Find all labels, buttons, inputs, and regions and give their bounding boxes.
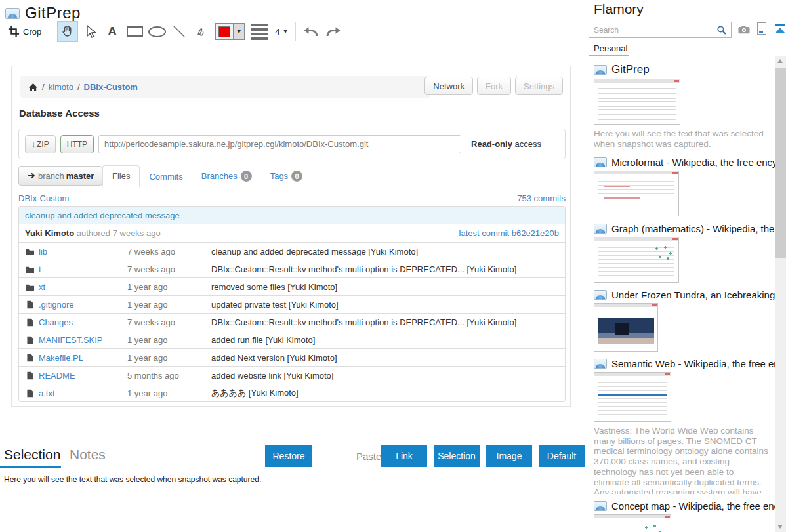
file-link[interactable]: README xyxy=(39,371,75,380)
file-commit-message: ああああ [Yuki Kimoto] xyxy=(211,387,565,399)
file-link[interactable]: a.txt xyxy=(39,388,55,398)
scrollbar-thumb[interactable] xyxy=(775,68,786,258)
home-icon[interactable] xyxy=(28,83,38,92)
file-age: 7 weeks ago xyxy=(127,247,211,256)
folder-icon xyxy=(25,265,35,274)
folder-icon xyxy=(25,283,35,291)
text-tool-button[interactable]: A xyxy=(102,21,123,42)
network-button[interactable]: Network xyxy=(424,77,473,95)
tabs-divider xyxy=(0,468,586,468)
camera-icon[interactable] xyxy=(738,25,750,34)
breadcrumb-sep: / xyxy=(77,82,80,92)
file-commit-message: added Next version [Yuki Kimoto] xyxy=(211,353,565,363)
snapshot-title[interactable]: Under Frozen Tundra, an Icebreaking Ship… xyxy=(611,289,775,300)
tab-selection[interactable]: Selection xyxy=(4,447,60,462)
tab-branches[interactable]: Branches 0 xyxy=(192,165,261,187)
new-note-icon[interactable] xyxy=(757,22,766,35)
sidebar-scrollbar[interactable] xyxy=(775,56,786,532)
file-link[interactable]: .gitignore xyxy=(39,300,73,310)
folder-icon xyxy=(25,247,35,256)
list-item[interactable]: Concept map - Wikipedia, the free encycl… xyxy=(589,501,775,532)
snapshot-thumbnail[interactable] xyxy=(594,171,679,216)
latest-commit-link[interactable]: latest commit b62e21e20b xyxy=(459,228,559,238)
fork-button[interactable]: Fork xyxy=(477,77,511,95)
settings-button[interactable]: Settings xyxy=(515,77,563,95)
file-age: 1 year ago xyxy=(127,353,211,363)
crop-button[interactable]: Crop xyxy=(1,21,47,42)
hand-tool-button[interactable] xyxy=(57,21,78,42)
tab-tags-label: Tags xyxy=(270,171,288,181)
redo-icon xyxy=(325,25,341,38)
snapshot-thumbnail[interactable] xyxy=(594,303,658,352)
file-link[interactable]: lib xyxy=(39,247,47,256)
list-item[interactable]: Microformat - Wikipedia, the free encycl… xyxy=(589,157,775,216)
snapshot-thumbnail[interactable] xyxy=(594,237,679,283)
paste-link-button[interactable]: Link xyxy=(381,445,427,467)
tab-commits[interactable]: Commits xyxy=(140,167,192,187)
file-commit-message: updated private test [Yuki Kimoto] xyxy=(211,300,565,310)
line-icon xyxy=(171,24,187,39)
breadcrumb-user-link[interactable]: kimoto xyxy=(49,82,73,92)
list-item[interactable]: GitPrep Here you will see the text that … xyxy=(589,63,775,150)
list-item[interactable]: Semantic Web - Wikipedia, the free encyc… xyxy=(589,358,775,494)
selection-text: Here you will see the text that was sele… xyxy=(4,475,261,484)
list-item[interactable]: Graph (mathematics) - Wikipedia, the fre… xyxy=(589,223,775,283)
file-age: 5 months ago xyxy=(127,371,211,380)
snapshot-title[interactable]: GitPrep xyxy=(611,63,650,76)
paste-image-button[interactable]: Image xyxy=(486,445,532,467)
color-dropdown-button[interactable]: ▼ xyxy=(233,24,244,39)
branch-selector-button[interactable]: branch master xyxy=(18,166,102,186)
snapshot-thumbnail[interactable] xyxy=(594,372,671,422)
breadcrumb-repo-link[interactable]: DBIx-Custom xyxy=(84,82,138,92)
list-item[interactable]: Under Frozen Tundra, an Icebreaking Ship… xyxy=(589,289,775,352)
snapshot-thumbnail[interactable] xyxy=(594,79,680,125)
file-link[interactable]: Changes xyxy=(39,317,73,327)
restore-button[interactable]: Restore xyxy=(265,445,312,467)
paste-selection-button[interactable]: Selection xyxy=(434,445,480,467)
search-input[interactable] xyxy=(589,22,732,38)
file-link[interactable]: MANIFEST.SKIP xyxy=(39,335,103,345)
file-link[interactable]: xt xyxy=(39,282,45,292)
color-picker[interactable]: ▼ xyxy=(215,23,245,40)
repo-name-link[interactable]: DBIx-Custom xyxy=(18,194,69,203)
freehand-tool-button[interactable] xyxy=(191,21,212,42)
thickness-dropdown[interactable]: 4 ▼ xyxy=(272,24,291,39)
tab-notes[interactable]: Notes xyxy=(70,447,106,462)
tab-files[interactable]: Files xyxy=(102,165,140,187)
snapshot-app-icon xyxy=(594,501,607,511)
tab-tags[interactable]: Tags 0 xyxy=(261,165,312,187)
file-commit-message: cleanup and added deprecated message [Yu… xyxy=(211,247,565,256)
ellipse-tool-button[interactable] xyxy=(146,21,167,42)
table-row: xt 1 year ago removed some files [Yuki K… xyxy=(19,277,565,295)
redo-button[interactable] xyxy=(323,21,344,42)
tab-personal[interactable]: Personal xyxy=(589,41,629,56)
author-name: Yuki Kimoto xyxy=(25,228,74,238)
file-age: 1 year ago xyxy=(127,335,211,345)
rectangle-tool-button[interactable] xyxy=(124,21,145,42)
scroll-down-icon[interactable] xyxy=(777,525,783,529)
freehand-icon xyxy=(194,24,209,39)
zip-download-button[interactable]: ↓ ZIP xyxy=(25,135,56,153)
snapshot-title[interactable]: Concept map - Wikipedia, the free encycl… xyxy=(611,501,775,512)
file-link[interactable]: t xyxy=(39,264,41,274)
scroll-up-icon[interactable] xyxy=(777,59,783,63)
commits-count-link[interactable]: 753 commits xyxy=(517,194,566,203)
snapshot-title[interactable]: Semantic Web - Wikipedia, the free encyc… xyxy=(611,358,775,369)
paste-default-button[interactable]: Default xyxy=(539,445,585,467)
file-icon xyxy=(25,336,35,344)
snapshot-thumbnail[interactable] xyxy=(594,514,671,532)
file-commit-message: added run file [Yuki Kimoto] xyxy=(211,335,565,345)
snapshot-title[interactable]: Graph (mathematics) - Wikipedia, the fre… xyxy=(611,223,775,234)
file-link[interactable]: Makefile.PL xyxy=(39,353,83,363)
dock-to-top-icon[interactable] xyxy=(774,23,786,35)
branch-name: master xyxy=(66,171,94,181)
http-protocol-button[interactable]: HTTP xyxy=(60,135,94,153)
line-tool-button[interactable] xyxy=(169,21,190,42)
latest-commit-message[interactable]: cleanup and added deprecated message xyxy=(19,207,565,224)
undo-button[interactable] xyxy=(300,21,321,42)
select-tool-button[interactable] xyxy=(79,21,100,42)
search-icon[interactable] xyxy=(716,25,727,35)
clone-url-input[interactable] xyxy=(98,135,461,153)
snapshot-title[interactable]: Microformat - Wikipedia, the free encycl… xyxy=(611,157,775,168)
color-swatch-cell xyxy=(216,24,233,39)
